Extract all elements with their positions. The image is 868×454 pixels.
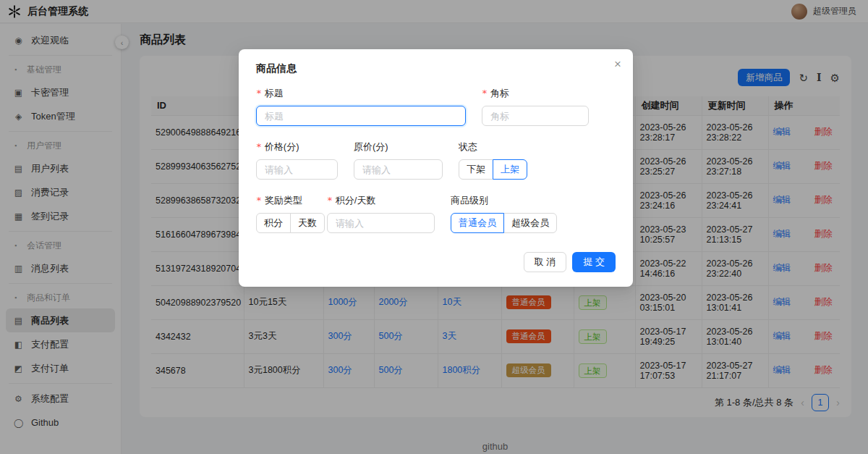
orig-price-label: 原价(分) [354,141,388,152]
price-input[interactable] [256,159,338,180]
amount-label: 积分/天数 [336,195,376,206]
amount-field: *积分/天数 [327,194,435,233]
reward-type-field: *奖励类型 积分 天数 [256,194,311,233]
title-input[interactable] [256,106,466,126]
modal-footer: 取 消 提 交 [256,252,616,272]
form-row-3: *奖励类型 积分 天数 *积分/天数 商品级别 普通会员 超级会员 [256,194,616,233]
level-radio-group: 普通会员 超级会员 [451,213,557,233]
level-label: 商品级别 [451,195,488,206]
badge-input[interactable] [482,106,589,126]
reward-type-label: 奖励类型 [265,195,302,206]
price-field: *价格(分) [256,140,338,180]
status-option-off-shelf[interactable]: 下架 [459,159,493,180]
status-radio-group: 下架 上架 [459,159,527,180]
close-icon[interactable]: × [614,58,621,70]
level-field: 商品级别 普通会员 超级会员 [451,194,616,233]
reward-option-days[interactable]: 天数 [290,213,325,233]
product-info-modal: 商品信息 × *标题 *角标 *价格(分) 原价(分) 状态 [239,49,633,287]
app-window: 后台管理系统 超级管理员 ◉欢迎观临▪基础管理▣卡密管理◈Token管理▪用户管… [0,0,868,454]
title-label: 标题 [265,88,284,98]
level-option-super[interactable]: 超级会员 [503,213,557,233]
status-label: 状态 [459,141,477,152]
status-option-on-shelf[interactable]: 上架 [493,159,527,180]
form-row-1: *标题 *角标 [256,87,616,126]
orig-price-input[interactable] [354,159,443,180]
amount-input[interactable] [327,213,435,233]
level-option-normal[interactable]: 普通会员 [451,213,504,233]
reward-type-radio-group: 积分 天数 [256,213,325,233]
price-label: 价格(分) [265,141,299,152]
cancel-button[interactable]: 取 消 [524,252,567,272]
title-field: *标题 [256,87,466,126]
status-field: 状态 下架 上架 [459,140,616,180]
badge-label: 角标 [490,88,509,98]
submit-button[interactable]: 提 交 [572,252,616,272]
badge-field: *角标 [482,87,589,126]
orig-price-field: 原价(分) [354,140,443,180]
reward-option-points[interactable]: 积分 [256,213,291,233]
modal-title: 商品信息 [256,62,616,75]
form-row-2: *价格(分) 原价(分) 状态 下架 上架 [256,140,616,180]
